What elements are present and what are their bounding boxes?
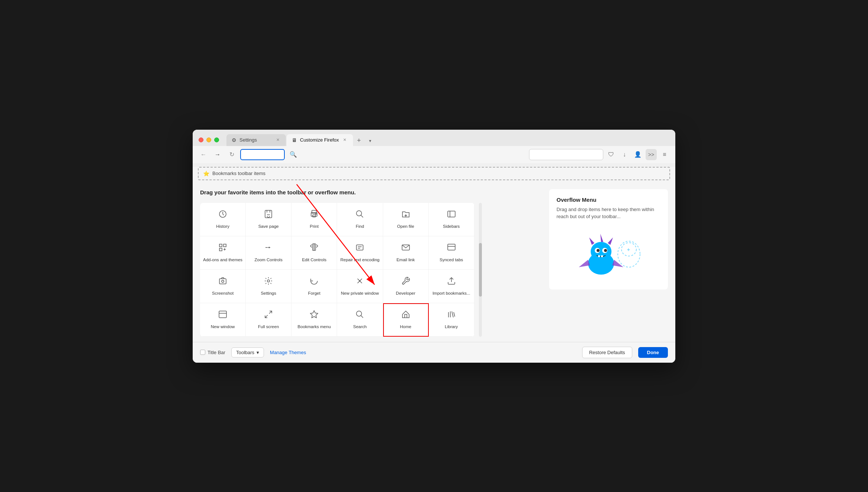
grid-item-find[interactable]: Find <box>337 203 383 236</box>
account-icon[interactable]: 👤 <box>632 149 643 160</box>
items-grid: HistorySave pagePrintFindOpen fileSideba… <box>200 203 474 337</box>
customize-tab-close[interactable]: ✕ <box>342 137 348 143</box>
svg-marker-47 <box>600 234 603 242</box>
customize-tab-icon: 🖥 <box>292 137 297 143</box>
print-label: Print <box>310 224 319 229</box>
print-icon <box>310 210 319 221</box>
pocket-icon[interactable]: 🛡 <box>606 149 617 160</box>
bookmarks-toolbar-icon: ⭐ <box>203 171 209 177</box>
svg-marker-46 <box>589 237 594 245</box>
bookmarks-menu-icon <box>310 310 319 321</box>
grid-item-addons[interactable]: Add-ons and themes <box>200 236 246 270</box>
open-file-icon <box>401 210 410 221</box>
overflow-panel: Overflow Menu Drag and drop items here t… <box>549 189 668 289</box>
settings-tab-close[interactable]: ✕ <box>275 137 281 143</box>
grid-item-print[interactable]: Print <box>291 203 337 236</box>
svg-point-11 <box>356 211 362 216</box>
grid-item-email-link[interactable]: Email link <box>383 236 429 270</box>
customize-tab-label: Customize Firefox <box>300 137 339 143</box>
grid-item-repair-text[interactable]: Repair text encoding <box>337 236 383 270</box>
svg-rect-18 <box>219 248 222 251</box>
zoom-label: Zoom Controls <box>254 257 282 263</box>
edit-controls-icon <box>310 243 319 254</box>
new-tab-button[interactable]: + <box>354 136 364 146</box>
svg-marker-48 <box>608 237 613 245</box>
grid-item-forget[interactable]: Forget <box>291 270 337 303</box>
close-button[interactable] <box>199 137 203 142</box>
synced-tabs-icon <box>447 243 456 254</box>
settings-item-label: Settings <box>261 291 276 296</box>
sidebars-icon <box>447 210 456 221</box>
svg-point-51 <box>597 249 600 252</box>
overflow-title: Overflow Menu <box>557 197 660 203</box>
import-bookmarks-icon <box>447 276 456 288</box>
grid-item-synced-tabs[interactable]: Synced tabs <box>429 236 474 270</box>
svg-point-57 <box>618 241 640 267</box>
done-button[interactable]: Done <box>638 347 668 358</box>
svg-rect-28 <box>448 244 455 250</box>
grid-item-import-bookmarks[interactable]: Import bookmarks... <box>429 270 474 303</box>
restore-defaults-button[interactable]: Restore Defaults <box>582 347 632 358</box>
download-icon[interactable]: ↓ <box>619 149 630 160</box>
grid-item-save-page[interactable]: Save page <box>246 203 291 236</box>
content-area: ⭐ Bookmarks toolbar items Drag your favo… <box>193 167 675 342</box>
drag-instruction: Drag your favorite items into the toolba… <box>200 189 542 195</box>
tab-settings[interactable]: ⚙ Settings ✕ <box>226 134 286 146</box>
grid-item-library[interactable]: Library <box>429 303 474 337</box>
svg-point-40 <box>356 311 362 316</box>
fullscreen-label: Full screen <box>258 324 279 330</box>
library-icon <box>447 310 456 321</box>
home-icon <box>401 310 410 321</box>
grid-item-fullscreen[interactable]: Full screen <box>246 303 291 337</box>
title-bar-checkbox[interactable] <box>200 350 205 355</box>
grid-item-home[interactable]: Home <box>383 303 429 337</box>
save-page-icon <box>264 210 273 221</box>
synced-tabs-label: Synced tabs <box>440 257 463 263</box>
svg-rect-30 <box>219 279 226 284</box>
grid-item-history[interactable]: History <box>200 203 246 236</box>
scroll-indicator <box>479 203 482 337</box>
search-label: Search <box>353 324 366 330</box>
overflow-desc: Drag and drop items here to keep them wi… <box>557 206 660 220</box>
grid-item-bookmarks-menu[interactable]: Bookmarks menu <box>291 303 337 337</box>
grid-item-developer[interactable]: Developer <box>383 270 429 303</box>
grid-item-settings-item[interactable]: Settings <box>246 270 291 303</box>
maximize-button[interactable] <box>214 137 219 142</box>
forward-button[interactable]: → <box>212 149 223 160</box>
back-button[interactable]: ← <box>198 149 209 160</box>
reload-button[interactable]: ↻ <box>226 149 237 160</box>
grid-item-edit-controls[interactable]: Edit Controls <box>291 236 337 270</box>
email-link-label: Email link <box>397 257 415 263</box>
repair-text-label: Repair text encoding <box>340 257 379 263</box>
new-window-icon <box>218 310 227 321</box>
toolbars-dropdown[interactable]: Toolbars ▾ <box>231 347 264 357</box>
url-input[interactable] <box>529 149 603 160</box>
svg-rect-54 <box>601 255 603 257</box>
overflow-button[interactable]: >> <box>646 149 657 160</box>
tab-customize[interactable]: 🖥 Customize Firefox ✕ <box>287 134 353 146</box>
grid-item-search[interactable]: Search <box>337 303 383 337</box>
developer-icon <box>401 276 410 288</box>
edit-controls-label: Edit Controls <box>302 257 326 263</box>
title-bar-label: Title Bar <box>208 350 225 355</box>
grid-item-screenshot[interactable]: Screenshot <box>200 270 246 303</box>
grid-item-open-file[interactable]: Open file <box>383 203 429 236</box>
search-button[interactable]: 🔍 <box>288 149 299 160</box>
grid-item-sidebars[interactable]: Sidebars <box>429 203 474 236</box>
svg-line-41 <box>361 315 363 318</box>
svg-rect-23 <box>314 244 316 250</box>
items-area: HistorySave pagePrintFindOpen fileSideba… <box>200 203 542 337</box>
grid-item-new-private[interactable]: New private window <box>337 270 383 303</box>
grid-item-new-window[interactable]: New window <box>200 303 246 337</box>
zoom-icon <box>264 243 273 254</box>
toolbar-right: 🛡 ↓ 👤 >> ≡ <box>529 149 670 160</box>
tab-list-chevron[interactable]: ▾ <box>365 136 375 146</box>
title-bar-checkbox-label[interactable]: Title Bar <box>200 350 225 355</box>
manage-themes-link[interactable]: Manage Themes <box>270 350 306 355</box>
menu-icon[interactable]: ≡ <box>659 149 670 160</box>
grid-item-zoom[interactable]: Zoom Controls <box>246 236 291 270</box>
address-bar[interactable] <box>240 149 285 160</box>
addons-icon <box>218 243 227 254</box>
minimize-button[interactable] <box>206 137 211 142</box>
svg-rect-35 <box>219 311 226 318</box>
